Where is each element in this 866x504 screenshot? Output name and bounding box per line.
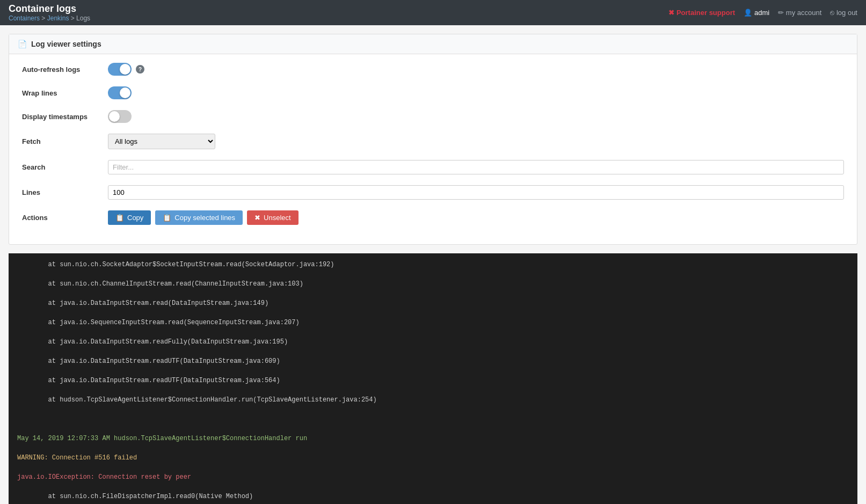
warning-icon: ✖ <box>668 9 674 17</box>
header: Container logs Containers > Jenkins > Lo… <box>0 0 866 25</box>
lines-input[interactable] <box>108 185 844 200</box>
log-line: at sun.nio.ch.ChannelInputStream.read(Ch… <box>17 279 849 289</box>
fetch-control: All logs Last 100 lines Last 500 lines L… <box>108 134 844 149</box>
display-timestamps-toggle[interactable] <box>108 110 132 123</box>
document-icon: 📄 <box>18 40 27 48</box>
wrap-lines-knob <box>120 87 130 98</box>
log-line: at hudson.TcpSlaveAgentListener$Connecti… <box>17 395 849 405</box>
page-title: Container logs <box>9 3 90 14</box>
auto-refresh-knob <box>120 64 130 75</box>
auto-refresh-control: ? <box>108 63 844 76</box>
breadcrumb-logs: Logs <box>76 14 90 22</box>
fetch-select[interactable]: All logs Last 100 lines Last 500 lines L… <box>108 134 215 149</box>
wrap-lines-slider <box>108 86 132 99</box>
auto-refresh-row: Auto-refresh logs ? <box>22 63 844 76</box>
wrap-lines-row: Wrap lines <box>22 86 844 99</box>
display-timestamps-row: Display timestamps <box>22 110 844 123</box>
auto-refresh-help-icon[interactable]: ? <box>136 65 144 74</box>
log-line: at sun.nio.ch.FileDispatcherImpl.read0(N… <box>17 492 849 501</box>
copy-icon: 📋 <box>115 214 124 222</box>
log-line: at java.io.DataInputStream.readUTF(DataI… <box>17 356 849 366</box>
wrap-lines-label: Wrap lines <box>22 89 108 97</box>
settings-card: 📄 Log viewer settings Auto-refresh logs … <box>9 34 857 245</box>
search-control <box>108 160 844 174</box>
wrap-lines-toggle[interactable] <box>108 86 132 99</box>
log-line: at java.io.DataInputStream.readUTF(DataI… <box>17 376 849 385</box>
display-timestamps-control <box>108 110 844 123</box>
auto-refresh-slider <box>108 63 132 76</box>
log-line: May 14, 2019 12:07:33 AM hudson.TcpSlave… <box>17 434 849 443</box>
log-line: java.io.IOException: Connection reset by… <box>17 472 849 482</box>
auto-refresh-label: Auto-refresh logs <box>22 65 108 74</box>
log-line <box>17 414 849 424</box>
main-content: 📄 Log viewer settings Auto-refresh logs … <box>0 25 866 504</box>
log-out-link[interactable]: ⎋ log out <box>830 9 857 17</box>
logout-icon: ⎋ <box>830 9 834 17</box>
wrap-lines-control <box>108 86 844 99</box>
breadcrumb: Containers > Jenkins > Logs <box>9 14 90 22</box>
user-icon: 👤 <box>744 9 752 17</box>
log-viewer: at sun.nio.ch.SocketAdaptor$SocketInputS… <box>9 253 857 504</box>
header-right: ✖ Portainer support 👤 admi ✏ my account … <box>668 9 857 17</box>
unselect-icon: ✖ <box>254 214 260 222</box>
lines-row: Lines <box>22 185 844 200</box>
search-label: Search <box>22 163 108 171</box>
portainer-support[interactable]: ✖ Portainer support <box>668 9 735 17</box>
copy-button[interactable]: 📋 Copy <box>108 210 151 225</box>
breadcrumb-containers[interactable]: Containers <box>9 14 40 22</box>
log-line: WARNING: Connection #516 failed <box>17 453 849 463</box>
copy-selected-button[interactable]: 📋 Copy selected lines <box>155 210 243 225</box>
log-line: at java.io.DataInputStream.read(DataInpu… <box>17 298 849 308</box>
lines-label: Lines <box>22 188 108 196</box>
settings-card-body: Auto-refresh logs ? Wrap lines <box>9 54 857 244</box>
pencil-icon: ✏ <box>778 9 784 17</box>
fetch-label: Fetch <box>22 137 108 145</box>
my-account-link[interactable]: ✏ my account <box>778 9 821 17</box>
settings-card-title: Log viewer settings <box>31 40 101 48</box>
lines-control <box>108 185 844 200</box>
actions-control: 📋 Copy 📋 Copy selected lines ✖ Unselect <box>108 210 844 225</box>
display-timestamps-label: Display timestamps <box>22 113 108 121</box>
breadcrumb-jenkins[interactable]: Jenkins <box>47 14 69 22</box>
log-line: at sun.nio.ch.SocketAdaptor$SocketInputS… <box>17 260 849 269</box>
log-line: at java.io.DataInputStream.readFully(Dat… <box>17 337 849 347</box>
copy-selected-icon: 📋 <box>163 214 171 222</box>
auto-refresh-toggle[interactable] <box>108 63 132 76</box>
admin-user: 👤 admi <box>744 9 769 17</box>
unselect-button[interactable]: ✖ Unselect <box>247 210 299 225</box>
display-timestamps-knob <box>109 111 120 122</box>
log-line: at java.io.SequenceInputStream.read(Sequ… <box>17 318 849 327</box>
search-row: Search <box>22 160 844 174</box>
actions-label: Actions <box>22 214 108 222</box>
fetch-row: Fetch All logs Last 100 lines Last 500 l… <box>22 134 844 149</box>
actions-row: Actions 📋 Copy 📋 Copy selected lines ✖ U… <box>22 210 844 225</box>
display-timestamps-slider <box>108 110 132 123</box>
header-left: Container logs Containers > Jenkins > Lo… <box>9 3 90 22</box>
search-input[interactable] <box>108 160 844 174</box>
settings-card-header: 📄 Log viewer settings <box>9 34 857 54</box>
